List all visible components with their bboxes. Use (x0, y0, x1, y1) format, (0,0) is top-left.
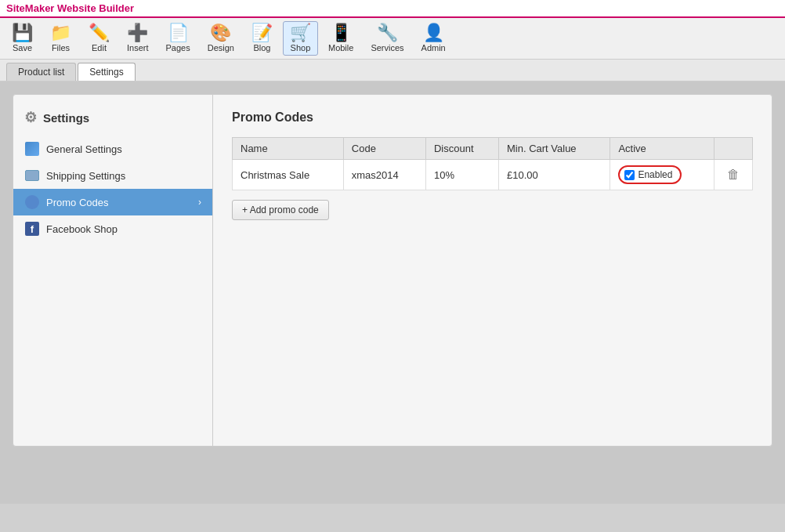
app-title: SiteMaker Website Builder (6, 2, 134, 14)
toolbar-mobile[interactable]: 📱 Mobile (321, 21, 360, 56)
tab-settings[interactable]: Settings (78, 63, 135, 81)
col-header-min-cart: Min. Cart Value (498, 138, 610, 160)
design-icon: 🎨 (210, 24, 231, 42)
sidebar-item-promo[interactable]: Promo Codes › (13, 189, 212, 215)
toolbar-mobile-label: Mobile (328, 43, 353, 52)
toolbar-blog-label: Blog (253, 43, 270, 52)
toolbar-shop[interactable]: 🛒 Shop (283, 21, 318, 56)
toolbar-save-label: Save (13, 43, 32, 52)
delete-row-button[interactable]: 🗑 (722, 166, 744, 183)
mobile-icon: 📱 (331, 24, 352, 42)
services-icon: 🔧 (377, 24, 398, 42)
sidebar-item-facebook-label: Facebook Shop (46, 223, 118, 235)
add-promo-code-button[interactable]: + Add promo code (232, 200, 329, 220)
insert-icon: ➕ (127, 24, 148, 42)
tab-bar: Product list Settings (0, 60, 785, 81)
promo-table: Name Code Discount Min. Cart Value Activ… (232, 137, 753, 190)
table-row: Christmas Sale xmas2014 10% £10.00 Enabl… (233, 160, 753, 190)
sidebar-item-shipping[interactable]: Shipping Settings (13, 162, 212, 189)
pages-icon: 📄 (168, 24, 189, 42)
cell-name: Christmas Sale (233, 160, 344, 190)
cell-delete: 🗑 (714, 160, 753, 190)
enabled-badge[interactable]: Enabled (618, 165, 682, 184)
toolbar-files-label: Files (52, 43, 70, 52)
gear-icon: ⚙ (24, 109, 37, 126)
enabled-checkbox[interactable] (624, 170, 635, 180)
col-header-active: Active (610, 138, 714, 160)
toolbar-pages[interactable]: 📄 Pages (159, 21, 197, 56)
toolbar-files[interactable]: 📁 Files (43, 21, 78, 56)
enabled-label: Enabled (638, 169, 672, 180)
title-bar: SiteMaker Website Builder (0, 0, 785, 18)
toolbar-pages-label: Pages (166, 43, 190, 52)
col-header-actions (714, 138, 753, 160)
blog-icon: 📝 (251, 24, 273, 42)
content-area: Promo Codes Name Code Discount Min. Cart… (213, 95, 772, 446)
chevron-right-icon: › (198, 197, 201, 208)
toolbar-services-label: Services (371, 43, 403, 52)
sidebar-heading: Settings (43, 111, 89, 125)
sidebar-item-shipping-label: Shipping Settings (46, 170, 125, 182)
cell-discount: 10% (425, 160, 498, 190)
content-title: Promo Codes (232, 110, 753, 125)
toolbar-services[interactable]: 🔧 Services (364, 21, 411, 56)
toolbar-design[interactable]: 🎨 Design (201, 21, 241, 56)
cell-min-cart: £10.00 (498, 160, 610, 190)
facebook-shop-icon: f (24, 221, 40, 237)
settings-panel: ⚙ Settings General Settings Shipping Set… (13, 94, 772, 447)
general-settings-icon (24, 141, 40, 157)
toolbar-edit-label: Edit (92, 43, 107, 52)
toolbar-blog[interactable]: 📝 Blog (244, 21, 280, 56)
edit-icon: ✏️ (89, 24, 110, 42)
toolbar-shop-label: Shop (291, 43, 311, 52)
cell-code: xmas2014 (343, 160, 425, 190)
save-icon: 💾 (12, 24, 33, 42)
toolbar-insert[interactable]: ➕ Insert (120, 21, 156, 56)
files-icon: 📁 (50, 24, 71, 42)
toolbar-insert-label: Insert (127, 43, 149, 52)
sidebar-item-facebook[interactable]: f Facebook Shop (13, 215, 212, 242)
sidebar-title: ⚙ Settings (13, 104, 212, 136)
toolbar: 💾 Save 📁 Files ✏️ Edit ➕ Insert 📄 Pages … (0, 18, 785, 60)
toolbar-edit[interactable]: ✏️ Edit (81, 21, 117, 56)
promo-codes-icon (24, 194, 40, 210)
shipping-settings-icon (24, 168, 40, 183)
toolbar-admin[interactable]: 👤 Admin (414, 21, 453, 56)
toolbar-admin-label: Admin (421, 43, 446, 52)
sidebar: ⚙ Settings General Settings Shipping Set… (13, 95, 213, 446)
col-header-code: Code (343, 138, 425, 160)
sidebar-item-general[interactable]: General Settings (13, 136, 212, 162)
toolbar-design-label: Design (208, 43, 234, 52)
col-header-name: Name (233, 138, 344, 160)
admin-icon: 👤 (423, 24, 444, 42)
sidebar-item-promo-label: Promo Codes (46, 197, 108, 208)
sidebar-item-general-label: General Settings (46, 143, 122, 155)
shop-icon: 🛒 (290, 24, 311, 42)
col-header-discount: Discount (425, 138, 498, 160)
main-content: ⚙ Settings General Settings Shipping Set… (0, 81, 785, 504)
tab-product-list[interactable]: Product list (6, 63, 76, 81)
toolbar-save[interactable]: 💾 Save (5, 21, 40, 56)
cell-active: Enabled (610, 160, 714, 190)
